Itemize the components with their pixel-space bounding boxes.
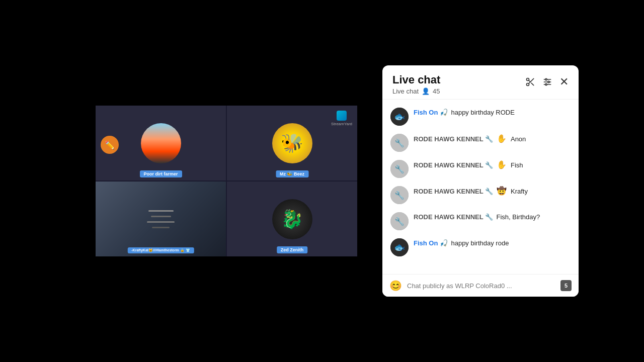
chat-title: Live chat <box>392 73 440 86</box>
chat-subtitle: Live chat 👤 45 <box>392 87 440 95</box>
svg-text:🔧: 🔧 <box>394 138 405 148</box>
msg-author-2: RODE HAWG KENNEL 🔧 <box>414 135 493 143</box>
sunset-avatar <box>141 123 181 163</box>
msg-emoji-3: ✋ <box>497 160 507 169</box>
svg-line-3 <box>531 83 534 85</box>
msg-avatar-4: 🔧 <box>390 186 409 204</box>
chat-message-3: 🔧 RODE HAWG KENNEL 🔧 ✋ Fish <box>382 156 579 182</box>
svg-text:🐟: 🐟 <box>394 242 406 253</box>
pencil-icon[interactable]: ✏️ <box>101 136 119 154</box>
live-chat-label: Live chat <box>392 87 419 95</box>
chat-message-2: 🔧 RODE HAWG KENNEL 🔧 ✋ Anon <box>382 130 579 156</box>
msg-author-5: RODE HAWG KENNEL 🔧 <box>414 213 493 221</box>
participant-name-1: Poor dirt farmer <box>139 170 182 177</box>
video-area: Poor dirt farmer 🐝 Mz 🐝 Beez -KraftyKat🐱… <box>96 106 357 256</box>
msg-text-1: happy birthday RODE <box>451 109 514 116</box>
streamyard-text: StreamYard <box>331 122 352 126</box>
svg-text:🔧: 🔧 <box>394 217 405 226</box>
chat-input-area: 😊 5 <box>382 274 579 297</box>
viewers-count: 45 <box>433 87 440 95</box>
video-cell-3: -KraftyKat🐱///#Iamthestorm 🔒 👕 <box>96 182 226 256</box>
svg-line-4 <box>529 80 530 82</box>
participant-name-3: -KraftyKat🐱///#Iamthestorm 🔒 👕 <box>127 247 194 253</box>
bee-avatar: 🐝 <box>272 123 312 163</box>
msg-avatar-3: 🔧 <box>390 160 409 178</box>
header-icons: ✕ <box>525 75 569 88</box>
smiley-icon[interactable]: 😊 <box>389 280 402 292</box>
craft-video <box>96 182 226 256</box>
msg-avatar-6: 🐟 <box>390 238 409 256</box>
svg-text:🔧: 🔧 <box>394 164 405 174</box>
svg-text:🐟: 🐟 <box>394 111 406 122</box>
dragon-avatar: 🐉 <box>272 199 312 239</box>
msg-author-6: Fish On 🎣 <box>414 239 448 247</box>
chat-message-5: 🔧 RODE HAWG KENNEL 🔧 Fish, Birthday? <box>382 208 579 234</box>
svg-text:🔧: 🔧 <box>394 191 405 200</box>
msg-author-1: Fish On 🎣 <box>414 109 448 116</box>
msg-content-2: RODE HAWG KENNEL 🔧 ✋ Anon <box>414 134 571 143</box>
send-count-badge[interactable]: 5 <box>560 280 572 291</box>
msg-avatar-1: 🐟 <box>390 108 409 126</box>
participant-name-2: Mz 🐝 Beez <box>276 170 308 177</box>
svg-point-9 <box>548 81 549 82</box>
participant-name-4: Zed Zenith <box>277 246 308 253</box>
video-cell-4: 🐉 Zed Zenith <box>227 182 357 256</box>
scissors-icon[interactable] <box>525 77 535 87</box>
msg-content-4: RODE HAWG KENNEL 🔧 🤠 Krafty <box>414 186 571 196</box>
live-chat-panel: Live chat Live chat 👤 45 <box>382 65 579 297</box>
msg-author-3: RODE HAWG KENNEL 🔧 <box>414 161 493 169</box>
close-icon[interactable]: ✕ <box>559 75 569 88</box>
chat-message-1: 🐟 Fish On 🎣 happy birthday RODE <box>382 104 579 130</box>
chat-message-6: 🐟 Fish On 🎣 happy birthday rode <box>382 234 579 260</box>
msg-avatar-5: 🔧 <box>390 212 409 230</box>
msg-content-3: RODE HAWG KENNEL 🔧 ✋ Fish <box>414 160 571 169</box>
msg-emoji-2: ✋ <box>497 134 507 143</box>
streamyard-icon <box>337 111 347 121</box>
chat-messages: 🐟 Fish On 🎣 happy birthday RODE 🔧 RODE H… <box>382 100 579 274</box>
msg-content-6: Fish On 🎣 happy birthday rode <box>414 238 571 247</box>
sliders-icon[interactable] <box>542 77 552 87</box>
chat-message-4: 🔧 RODE HAWG KENNEL 🔧 🤠 Krafty <box>382 182 579 208</box>
msg-content-1: Fish On 🎣 happy birthday RODE <box>414 108 571 117</box>
msg-emoji-4: 🤠 <box>497 187 507 195</box>
msg-content-5: RODE HAWG KENNEL 🔧 Fish, Birthday? <box>414 212 571 221</box>
msg-text-3: Fish <box>511 161 523 169</box>
msg-text-2: Anon <box>511 135 526 143</box>
msg-text-5: Fish, Birthday? <box>497 213 540 221</box>
msg-text-4: Krafty <box>511 188 528 195</box>
chat-header: Live chat Live chat 👤 45 <box>382 65 579 100</box>
svg-point-8 <box>545 78 547 80</box>
streamyard-logo: StreamYard <box>331 111 352 126</box>
msg-author-4: RODE HAWG KENNEL 🔧 <box>414 188 493 195</box>
viewers-icon: 👤 <box>422 87 430 95</box>
svg-point-10 <box>545 83 547 85</box>
msg-avatar-2: 🔧 <box>390 134 409 152</box>
msg-text-6: happy birthday rode <box>451 239 509 247</box>
chat-input[interactable] <box>407 282 555 290</box>
